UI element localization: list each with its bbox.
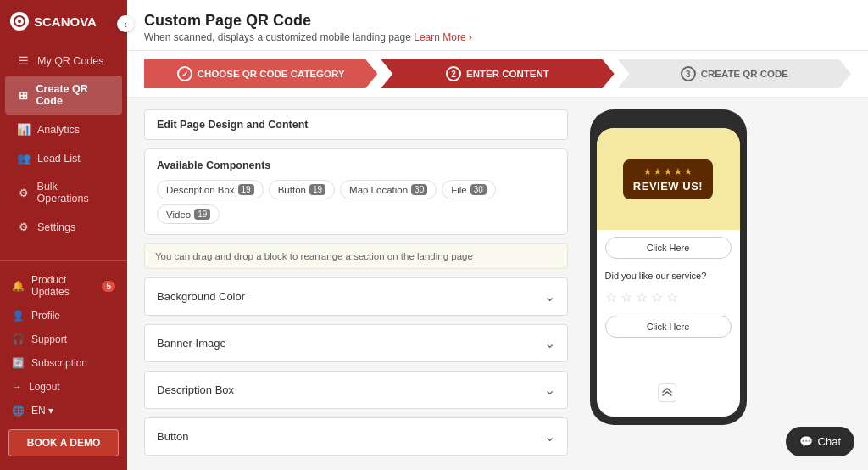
sidebar-item-settings[interactable]: ⚙ Settings	[5, 213, 122, 241]
sidebar-item-logout[interactable]: → Logout	[0, 375, 127, 399]
users-icon: 👥	[17, 152, 31, 165]
step-enter-content[interactable]: 2 ENTER CONTENT	[381, 59, 614, 88]
step-2-num: 2	[446, 66, 461, 81]
support-icon: 🎧	[12, 333, 25, 345]
component-tag-description-box[interactable]: Description Box 19	[157, 180, 264, 199]
accordion-button: Button ⌄	[144, 417, 568, 456]
component-tag-file[interactable]: File 30	[442, 180, 496, 199]
globe-icon: 🌐	[12, 405, 25, 417]
sidebar-item-profile[interactable]: 👤 Profile	[0, 304, 127, 327]
component-tag-map-location[interactable]: Map Location 30	[340, 180, 437, 199]
accordion-button-header[interactable]: Button ⌄	[145, 418, 567, 455]
accordion-description-box-header[interactable]: Description Box ⌄	[145, 372, 567, 408]
settings-icon: ⚙	[17, 221, 31, 233]
phone-screen: ★ ★ ★ ★ ★ REVIEW US! Click Here Did you	[597, 128, 740, 417]
accordion-background-color-header[interactable]: Background Color ⌄	[145, 278, 567, 315]
phone-click-here-2: Click Here	[605, 316, 732, 338]
sidebar-nav: ☰ My QR Codes ⊞ Create QR Code 📊 Analyti…	[0, 42, 127, 260]
component-tag-button[interactable]: Button 19	[269, 180, 335, 199]
svg-point-1	[18, 20, 21, 23]
subscription-icon: 🔄	[12, 357, 25, 369]
sidebar-item-lead-list[interactable]: 👥 Lead List	[5, 144, 122, 172]
review-badge: ★ ★ ★ ★ ★ REVIEW US!	[623, 159, 713, 199]
learn-more-link[interactable]: Learn More ›	[414, 31, 472, 43]
grid-icon: ☰	[17, 54, 31, 67]
sidebar-item-subscription[interactable]: 🔄 Subscription	[0, 351, 127, 375]
phone-frame: ★ ★ ★ ★ ★ REVIEW US! Click Here Did you	[590, 109, 747, 425]
step-1-num: ✓	[177, 66, 192, 81]
phone-click-here-1: Click Here	[605, 237, 732, 259]
chat-button[interactable]: 💬 Chat	[786, 427, 854, 456]
page-subtitle: When scanned, displays a customized mobi…	[144, 31, 851, 43]
sidebar: SCANOVA ‹ ☰ My QR Codes ⊞ Create QR Code…	[0, 0, 127, 470]
sidebar-item-analytics[interactable]: 📊 Analytics	[5, 115, 122, 143]
plus-icon: ⊞	[17, 89, 30, 102]
logout-icon: →	[12, 381, 22, 393]
step-create-qr-code[interactable]: 3 CREATE QR CODE	[618, 59, 851, 88]
service-question: Did you like our service?	[597, 266, 740, 286]
profile-icon: 👤	[12, 310, 25, 322]
component-tags: Description Box 19 Button 19 Map Locatio…	[157, 180, 555, 224]
accordion-banner-image-header[interactable]: Banner Image ⌄	[145, 325, 567, 361]
sidebar-item-support[interactable]: 🎧 Support	[0, 327, 127, 351]
page-title: Custom Page QR Code	[144, 12, 851, 30]
book-demo-button[interactable]: BOOK A DEMO	[8, 429, 119, 456]
bell-icon: 🔔	[12, 280, 25, 292]
sidebar-item-product-updates[interactable]: 🔔 Product Updates 5	[0, 268, 127, 304]
editor-panel: Edit Page Design and Content Available C…	[144, 109, 568, 458]
sidebar-item-bulk-operations[interactable]: ⚙ Bulk Operations	[5, 173, 122, 212]
content-area: Edit Page Design and Content Available C…	[127, 98, 868, 470]
chevron-down-icon: ⌄	[544, 288, 555, 305]
collapse-button[interactable]: ‹	[117, 15, 134, 32]
phone-notch	[643, 109, 693, 116]
expand-icon[interactable]	[658, 383, 676, 402]
logo-icon	[10, 12, 29, 31]
sidebar-item-my-qr-codes[interactable]: ☰ My QR Codes	[5, 47, 122, 75]
step-choose-category[interactable]: ✓ CHOOSE QR CODE CATEGORY	[144, 59, 377, 88]
chevron-down-icon: ⌄	[544, 382, 555, 398]
app-logo: SCANOVA	[0, 0, 107, 42]
editor-section-title: Edit Page Design and Content	[144, 109, 568, 140]
component-tag-video[interactable]: Video 19	[157, 204, 220, 224]
banner-stars: ★ ★ ★ ★ ★	[633, 166, 703, 177]
page-header: Custom Page QR Code When scanned, displa…	[127, 0, 868, 51]
sidebar-item-create-qr-code[interactable]: ⊞ Create QR Code	[5, 76, 122, 115]
chat-icon: 💬	[799, 435, 813, 448]
accordion-background-color: Background Color ⌄	[144, 277, 568, 316]
available-components: Available Components Description Box 19 …	[144, 148, 568, 235]
step-3-num: 3	[681, 66, 696, 81]
chevron-down-icon: ⌄	[544, 335, 555, 351]
accordion-description-box: Description Box ⌄	[144, 371, 568, 409]
drag-hint: You can drag and drop a block to rearran…	[144, 243, 568, 269]
phone-preview: ★ ★ ★ ★ ★ REVIEW US! Click Here Did you	[583, 109, 753, 458]
sidebar-bottom: 🔔 Product Updates 5 👤 Profile 🎧 Support …	[0, 260, 127, 470]
sidebar-item-language[interactable]: 🌐 EN ▾	[0, 399, 127, 422]
accordion-banner-image: Banner Image ⌄	[144, 324, 568, 362]
rating-stars: ☆ ☆ ☆ ☆ ☆	[597, 286, 740, 309]
bar-chart-icon: 📊	[17, 123, 31, 136]
main-content: Custom Page QR Code When scanned, displa…	[127, 0, 868, 470]
available-components-title: Available Components	[157, 159, 555, 171]
steps-bar: ✓ CHOOSE QR CODE CATEGORY 2 ENTER CONTEN…	[127, 51, 868, 98]
operations-icon: ⚙	[17, 187, 31, 199]
review-text: REVIEW US!	[633, 180, 703, 193]
phone-banner: ★ ★ ★ ★ ★ REVIEW US!	[597, 128, 740, 230]
chevron-down-icon: ⌄	[544, 428, 555, 445]
